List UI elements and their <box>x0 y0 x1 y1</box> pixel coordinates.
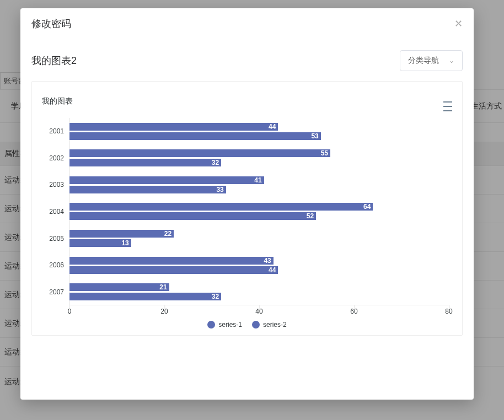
chart-bar[interactable]: 32 <box>69 159 221 166</box>
legend-label: series-1 <box>218 321 242 329</box>
chart-x-tick: 80 <box>445 308 452 315</box>
chart-category-group: 20025532 <box>69 145 449 172</box>
legend-item-series-1[interactable]: series-1 <box>207 321 242 329</box>
chart-y-label: 2003 <box>42 181 64 189</box>
chart-bar[interactable]: 41 <box>69 176 264 184</box>
chart-y-label: 2006 <box>42 261 64 269</box>
legend-label: series-2 <box>263 321 287 329</box>
close-icon[interactable]: ✕ <box>454 19 463 29</box>
modal-body: 我的图表2 分类导航 ⌄ 我的图表 2001445320025532200341… <box>20 39 474 400</box>
chart-bar[interactable]: 22 <box>69 230 174 238</box>
chart-bar-value: 13 <box>121 239 128 247</box>
legend-swatch <box>207 321 215 329</box>
panel-title: 我的图表2 <box>31 54 77 67</box>
chart-x-tick: 60 <box>350 308 357 315</box>
chart-y-label: 2001 <box>42 127 64 135</box>
chart-y-label: 2004 <box>42 208 64 216</box>
chart-bar[interactable]: 64 <box>69 203 373 211</box>
chart-bar[interactable]: 44 <box>69 266 278 274</box>
chart-bar[interactable]: 53 <box>69 132 321 140</box>
chart-category-group: 20014453 <box>69 118 449 145</box>
chart-bar-value: 41 <box>254 176 261 184</box>
chart-card: 我的图表 20014453200255322003413320046452200… <box>31 81 463 336</box>
chart-legend: series-1 series-2 <box>42 321 452 329</box>
chart-title: 我的图表 <box>42 96 73 106</box>
chart-x-tick: 0 <box>68 308 72 315</box>
chart-x-tick: 40 <box>255 308 262 315</box>
legend-item-series-2[interactable]: series-2 <box>252 321 287 329</box>
chart-bar[interactable]: 33 <box>69 186 226 193</box>
chart-bar[interactable]: 55 <box>69 149 330 157</box>
chart-bar-value: 44 <box>269 123 276 131</box>
chart-y-label: 2007 <box>42 288 64 296</box>
chart-bar[interactable]: 52 <box>69 212 316 220</box>
chart-bar[interactable]: 44 <box>69 123 278 131</box>
chart-bar-value: 22 <box>164 230 171 238</box>
chart-bar[interactable]: 43 <box>69 257 274 265</box>
chart-bar[interactable]: 21 <box>69 283 169 291</box>
chart-bar[interactable]: 32 <box>69 293 221 300</box>
chart-bar-value: 32 <box>212 159 219 166</box>
chart-x-tick: 20 <box>160 308 168 315</box>
chart-category-group: 20064344 <box>69 252 449 279</box>
chevron-down-icon: ⌄ <box>449 57 454 64</box>
chart-bar-value: 55 <box>321 149 328 157</box>
modal-title: 修改密码 <box>31 17 71 30</box>
chart-bar-value: 43 <box>264 257 271 265</box>
chart-category-group: 20072132 <box>69 278 449 305</box>
chart-category-group: 20052213 <box>69 225 449 252</box>
chart-bar-value: 44 <box>269 266 276 274</box>
chart-y-label: 2005 <box>42 235 64 243</box>
chart-menu-icon[interactable] <box>440 91 452 111</box>
chart-category-group: 20046452 <box>69 198 449 225</box>
panel-header: 我的图表2 分类导航 ⌄ <box>31 45 463 81</box>
chart-y-label: 2002 <box>42 154 64 162</box>
modal-header: 修改密码 ✕ <box>20 8 474 39</box>
chart-bar-value: 64 <box>363 203 371 211</box>
change-password-modal: 修改密码 ✕ 我的图表2 分类导航 ⌄ 我的图表 200144532002553… <box>20 8 474 400</box>
chart-bar-value: 32 <box>212 293 219 300</box>
legend-swatch <box>252 321 260 329</box>
chart-bar-value: 33 <box>216 186 223 193</box>
chart-category-group: 20034133 <box>69 171 449 198</box>
chart-bar-value: 21 <box>159 283 167 291</box>
chart-bar[interactable]: 13 <box>69 239 131 247</box>
chart-x-axis: 020406080 <box>69 305 449 317</box>
category-nav-dropdown[interactable]: 分类导航 ⌄ <box>400 50 463 71</box>
chart-bar-value: 52 <box>307 212 314 220</box>
chart-bar-value: 53 <box>311 132 318 140</box>
chart-plot-area: 2001445320025532200341332004645220052213… <box>69 118 449 305</box>
category-nav-label: 分类导航 <box>408 56 439 66</box>
